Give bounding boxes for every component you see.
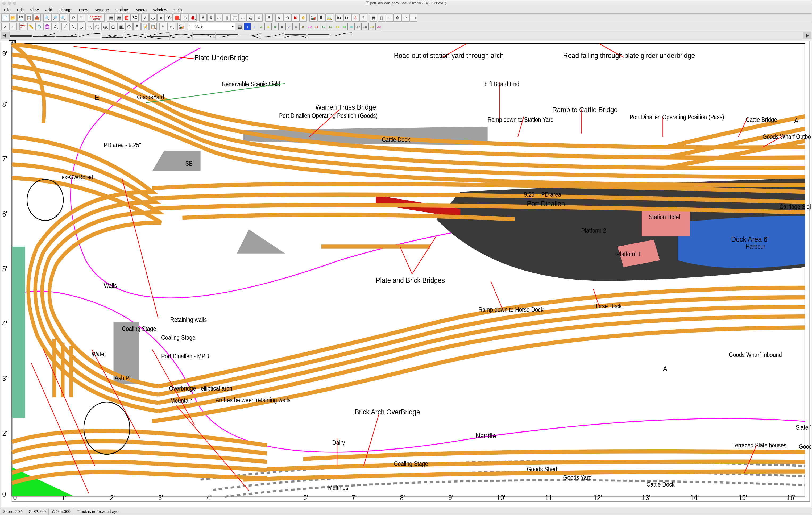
menu-change[interactable]: Change bbox=[55, 6, 76, 13]
layer-9-button[interactable]: 9 bbox=[299, 23, 306, 30]
extend-button[interactable]: ⟶ bbox=[409, 14, 417, 22]
layer-3-button[interactable]: 3 bbox=[258, 23, 265, 30]
hotbar-next-button[interactable] bbox=[804, 32, 811, 39]
flip-button[interactable]: ✖ bbox=[291, 14, 299, 22]
layer-2-button[interactable]: 2 bbox=[251, 23, 258, 30]
zoom-out-button[interactable]: 🔍 bbox=[59, 14, 67, 22]
color-palette-button[interactable]: ⠿ bbox=[265, 14, 273, 22]
layer-20-button[interactable]: 20 bbox=[375, 23, 382, 30]
map-button[interactable]: 🗺 bbox=[131, 14, 139, 22]
layer-8-button[interactable]: 8 bbox=[292, 23, 299, 30]
layer-13-button[interactable]: 13 bbox=[327, 23, 334, 30]
turnout-button[interactable]: ⑂ bbox=[160, 23, 167, 30]
layer-14-button[interactable]: 14 bbox=[334, 23, 341, 30]
new-file-button[interactable]: 📄 bbox=[1, 14, 9, 22]
stop-button[interactable]: 🛑 bbox=[173, 14, 181, 22]
zoom-icon[interactable] bbox=[13, 2, 16, 5]
box-button[interactable]: ▢ bbox=[109, 23, 117, 30]
bridge-button[interactable]: ▭ bbox=[239, 14, 246, 22]
save-file-button[interactable]: 💾 bbox=[17, 14, 25, 22]
layer-above-button[interactable]: ⇧ bbox=[359, 14, 367, 22]
pan-button[interactable]: ✥ bbox=[394, 14, 401, 22]
hotbar-item[interactable] bbox=[147, 32, 170, 40]
pricelist-button[interactable]: ▥ bbox=[378, 14, 385, 22]
layer-16-button[interactable]: 16 bbox=[348, 23, 355, 30]
menu-edit[interactable]: Edit bbox=[13, 6, 27, 13]
hotbar-item[interactable] bbox=[55, 32, 78, 40]
note-dd-button[interactable]: 📋 bbox=[149, 23, 157, 30]
parallel-button[interactable]: ♒ bbox=[44, 23, 51, 30]
layer-10-button[interactable]: 10 bbox=[306, 23, 313, 30]
minimize-icon[interactable] bbox=[8, 2, 11, 5]
hotbar-item[interactable] bbox=[192, 32, 215, 40]
circle-button[interactable]: ◯ bbox=[93, 23, 101, 30]
go-end-button[interactable]: ⏭ bbox=[344, 14, 351, 22]
hotbar-item[interactable] bbox=[261, 32, 284, 40]
layer-15-button[interactable]: 15 bbox=[341, 23, 348, 30]
box-dd-button[interactable]: ▣ bbox=[117, 23, 125, 30]
menu-window[interactable]: Window bbox=[150, 6, 170, 13]
desc-toggle-a-button[interactable]: ⤢ bbox=[1, 23, 9, 30]
circle-dd-button[interactable]: ◎ bbox=[102, 23, 109, 30]
move-button[interactable]: ✥ bbox=[255, 14, 263, 22]
hotbar-item[interactable] bbox=[170, 32, 192, 40]
menu-file[interactable]: File bbox=[1, 6, 13, 13]
rotate-sel-button[interactable]: ⟲ bbox=[283, 14, 291, 22]
polygon-button[interactable]: ⬠ bbox=[125, 23, 133, 30]
close-icon[interactable] bbox=[2, 2, 6, 5]
split-button[interactable]: ▯ bbox=[223, 14, 231, 22]
connect-button[interactable]: ↔ bbox=[385, 14, 393, 22]
menu-view[interactable]: View bbox=[27, 6, 42, 13]
menu-macro[interactable]: Macro bbox=[132, 6, 150, 13]
train-button[interactable]: 🚂 bbox=[177, 23, 185, 30]
move-sel-button[interactable]: ➤ bbox=[276, 14, 283, 22]
menu-options[interactable]: Options bbox=[112, 6, 133, 13]
hotbar-item[interactable] bbox=[124, 32, 147, 40]
curve-button[interactable]: ◡ bbox=[78, 23, 85, 30]
layer-18-button[interactable]: 18 bbox=[361, 23, 369, 30]
menu-help[interactable]: Help bbox=[171, 6, 185, 13]
hotbar-item[interactable] bbox=[238, 32, 261, 40]
train-pause-button[interactable]: ⏸ bbox=[317, 14, 325, 22]
curved-track-button[interactable]: ◡ bbox=[149, 14, 157, 22]
drawing-canvas[interactable]: 9' 8' 7' 6' 5' 4' 3' 2' 0 0 1' 2' 3' 4' … bbox=[1, 41, 811, 507]
straight-track-button[interactable]: ╱ bbox=[141, 14, 149, 22]
redo-button[interactable]: ↷ bbox=[78, 14, 85, 22]
line-dd-button[interactable]: ╲ bbox=[69, 23, 77, 30]
layer-17-button[interactable]: 17 bbox=[355, 23, 361, 30]
undo-button[interactable]: ↶ bbox=[69, 14, 77, 22]
hotbar-item[interactable] bbox=[284, 32, 307, 40]
hotbar-item[interactable] bbox=[215, 32, 238, 40]
train-new-button[interactable]: 🚃 bbox=[325, 14, 333, 22]
ruler-button[interactable]: 📏 bbox=[27, 23, 35, 30]
hotbar-item[interactable] bbox=[307, 32, 330, 40]
hotbar-item[interactable] bbox=[9, 32, 32, 40]
desc-toggle-b-button[interactable]: ⤡ bbox=[9, 23, 17, 30]
window-controls[interactable] bbox=[2, 2, 16, 5]
join-tracks-button[interactable]: ⊻ bbox=[199, 14, 207, 22]
train-run-button[interactable]: 🚂 bbox=[310, 14, 317, 22]
turnout-dd-button[interactable]: ⑃ bbox=[167, 23, 175, 30]
layer-19-button[interactable]: 19 bbox=[369, 23, 375, 30]
hotbar-item[interactable] bbox=[330, 32, 352, 40]
layer-6-button[interactable]: 6 bbox=[279, 23, 286, 30]
menu-manage[interactable]: Manage bbox=[91, 6, 112, 13]
hotbar-item[interactable] bbox=[101, 32, 124, 40]
layer-12-button[interactable]: 12 bbox=[320, 23, 327, 30]
open-file-button[interactable]: 📂 bbox=[9, 14, 17, 22]
elevation-button[interactable]: ◎ bbox=[247, 14, 255, 22]
signal-red-button[interactable]: ⬣ bbox=[189, 14, 197, 22]
hotbar-prev-button[interactable] bbox=[1, 32, 8, 39]
layer-1-button[interactable]: 1 bbox=[244, 23, 251, 30]
easement-button[interactable]: Easement Cornu bbox=[88, 14, 105, 22]
describe-tool-button[interactable]: DESC? bbox=[20, 23, 27, 30]
export-button[interactable]: 📤 bbox=[33, 14, 41, 22]
tunnel-button[interactable]: ⬚ bbox=[231, 14, 239, 22]
move-xy-button[interactable]: ✥ bbox=[299, 14, 307, 22]
hotbar-item[interactable] bbox=[78, 32, 101, 40]
menu-draw[interactable]: Draw bbox=[76, 6, 91, 13]
manifest-button[interactable]: 📋 bbox=[25, 14, 33, 22]
snapgrid-show-button[interactable]: ▦ bbox=[115, 14, 123, 22]
protractor-button[interactable]: ◠ bbox=[402, 14, 409, 22]
angle-button[interactable]: ∡ bbox=[51, 23, 59, 30]
